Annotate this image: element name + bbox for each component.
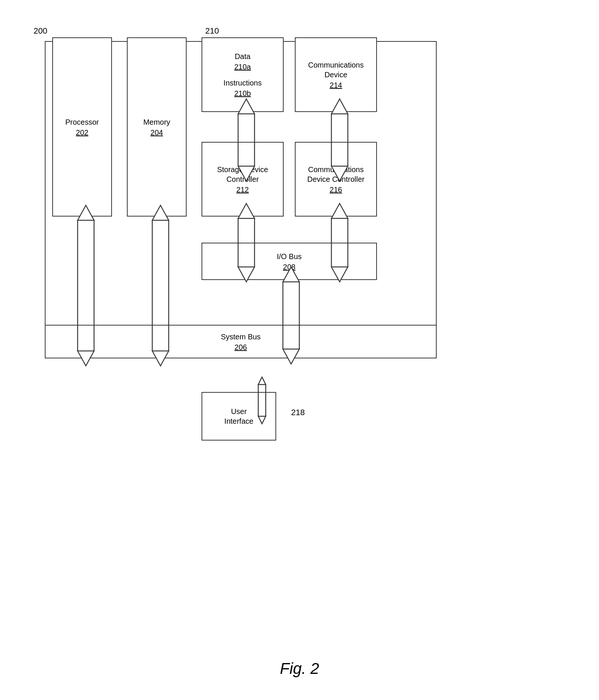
processor-number: 202 [76,128,88,137]
data-number: 210a [234,63,251,71]
io-bus-box: I/O Bus 208 [202,243,377,280]
label-218: 218 [291,408,305,417]
figure-caption: Fig. 2 [280,660,319,678]
storage-ctrl-number: 212 [236,186,249,194]
memory-number: 204 [150,128,163,137]
comm-ctrl-title: CommunicationsDevice Controller [307,165,364,184]
memory-box: Memory 204 [127,37,187,217]
user-interface-box: UserInterface [202,392,276,441]
processor-title: Processor [65,117,99,127]
data-storage-box: Data 210a Instructions 210b [202,37,284,112]
io-bus-number: 208 [283,263,295,271]
comm-ctrl-number: 216 [330,186,342,194]
system-bus-title: System Bus [221,332,261,342]
memory-title: Memory [143,117,170,127]
instructions-number: 210b [234,89,251,98]
data-title: Data [235,52,250,61]
comm-device-box: CommunicationsDevice 214 [295,37,377,112]
user-interface-title: UserInterface [224,407,253,426]
system-bus-number: 206 [234,343,247,352]
processor-box: Processor 202 [52,37,112,217]
comm-device-title: CommunicationsDevice [308,60,364,80]
svg-marker-34 [258,377,266,385]
comm-ctrl-box: CommunicationsDevice Controller 216 [295,142,377,217]
instructions-title: Instructions [224,78,262,88]
system-bus-box: System Bus 206 [45,325,437,358]
label-210: 210 [205,26,219,36]
label-200: 200 [34,26,47,36]
comm-device-number: 214 [330,81,342,90]
diagram-container: 200 210 Processor 202 Memory 204 Data 21… [22,15,575,612]
storage-ctrl-title: Storage DeviceController [217,165,268,184]
storage-ctrl-box: Storage DeviceController 212 [202,142,284,217]
io-bus-title: I/O Bus [277,252,302,261]
